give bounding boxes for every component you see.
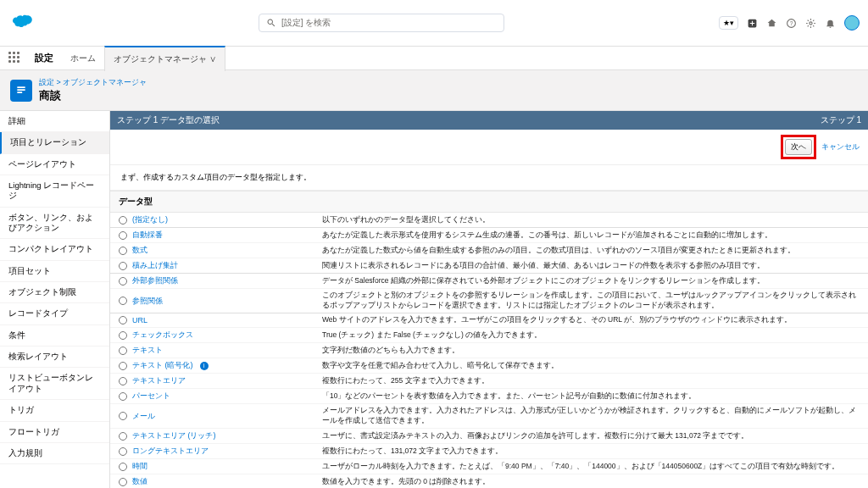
- option-label: テキストエリア (リッチ): [132, 430, 216, 441]
- option-row: テキストエリア (リッチ)ユーザに、書式設定済みテキストの入力、画像およびリンク…: [110, 429, 868, 444]
- radio-option[interactable]: [119, 447, 127, 456]
- option-label: テキスト: [132, 345, 163, 356]
- sidebar-item-9[interactable]: 条件: [0, 325, 109, 347]
- option-desc: True (チェック) また False (チェックなし) の値を入力できます。: [322, 330, 860, 341]
- radio-option[interactable]: [119, 277, 127, 286]
- plus-icon[interactable]: [747, 18, 758, 29]
- chevron-down-icon: ▾: [730, 19, 734, 27]
- next-button[interactable]: 次へ: [785, 139, 812, 155]
- option-row: URLWeb サイトのアドレスを入力できます。ユーザがこの項目をクリックすると、…: [110, 313, 868, 328]
- user-avatar[interactable]: [844, 15, 860, 30]
- sidebar-item-3[interactable]: Lightning レコードページ: [0, 175, 109, 208]
- sidebar: 詳細項目とリレーションページレイアウトLightning レコードページボタン、…: [0, 111, 110, 488]
- sidebar-item-4[interactable]: ボタン、リンク、およびアクション: [0, 208, 109, 240]
- sidebar-item-14[interactable]: 入力規則: [0, 443, 109, 464]
- button-row: 次へ キャンセル: [110, 130, 868, 165]
- info-icon[interactable]: i: [200, 362, 209, 370]
- option-desc: 数値を入力できます。先頭の 0 は削除されます。: [322, 477, 860, 487]
- sidebar-item-11[interactable]: リストビューボタンレイアウト: [0, 368, 109, 400]
- home-icon[interactable]: [766, 18, 777, 29]
- option-desc: 文字列だ数値のどちらも入力できます。: [322, 346, 860, 356]
- radio-option[interactable]: [119, 316, 127, 324]
- option-label: 参照関係: [132, 296, 163, 307]
- radio-option[interactable]: [119, 432, 127, 441]
- setup-icon: [10, 80, 32, 102]
- svg-text:?: ?: [790, 19, 793, 25]
- option-desc: あなたが定義した数式から値を自動生成する参照のみの項目。この数式項目は、いずれか…: [322, 246, 860, 256]
- radio-option[interactable]: [119, 231, 127, 240]
- option-desc: 複数行にわたって、131,072 文字まで入力できます。: [322, 446, 860, 457]
- sidebar-item-13[interactable]: フロートリガ: [0, 422, 109, 443]
- breadcrumb[interactable]: 設定 > オブジェクトマネージャ: [39, 77, 147, 88]
- option-row: 数式あなたが定義した数式から値を自動生成する参照のみの項目。この数式項目は、いず…: [110, 243, 868, 258]
- option-label: パーセント: [132, 391, 170, 402]
- option-desc: あなたが定義した表示形式を使用するシステム生成の連番。この番号は、新しいレコード…: [322, 230, 860, 241]
- radio-option[interactable]: [119, 297, 127, 305]
- cancel-link[interactable]: キャンセル: [821, 141, 860, 152]
- sidebar-item-12[interactable]: トリガ: [0, 400, 109, 421]
- option-label: 時間: [132, 461, 147, 472]
- search-placeholder: [設定] を検索: [281, 17, 331, 29]
- sidebar-item-6[interactable]: 項目セット: [0, 261, 109, 282]
- option-label: 自動採番: [132, 230, 163, 241]
- radio-option[interactable]: [119, 392, 127, 401]
- search-icon: [266, 18, 276, 28]
- sidebar-item-5[interactable]: コンパクトレイアウト: [0, 239, 109, 260]
- option-row: メールメールアドレスを入力できます。入力されたアドレスは、入力形式が正しいかどう…: [110, 404, 868, 429]
- option-desc: 関連リストに表示されるレコードにある項目の合計値、最小値、最大値、あるいはレコー…: [322, 261, 860, 271]
- help-icon[interactable]: ?: [786, 18, 797, 29]
- sidebar-item-1[interactable]: 項目とリレーション: [0, 132, 109, 153]
- nav-tab-home[interactable]: ホーム: [62, 47, 104, 70]
- nav-title: 設定: [35, 52, 53, 64]
- step-header: ステップ 1 データ型の選択ステップ 1: [110, 111, 868, 130]
- favorites-button[interactable]: ★▾: [719, 16, 738, 30]
- radio-option[interactable]: [119, 262, 127, 270]
- option-desc: ユーザがローカル時刻を入力できます。たとえば、「9:40 PM」、「7:40」、…: [322, 462, 860, 472]
- option-desc: データが Salesforce 組織の外部に保存されている外部オブジェクトにこの…: [322, 276, 860, 286]
- nav-bar: 設定 ホーム オブジェクトマネージャ ∨: [0, 47, 868, 70]
- option-row: 外部参照関係データが Salesforce 組織の外部に保存されている外部オブジ…: [110, 274, 868, 289]
- radio-none[interactable]: [119, 216, 127, 225]
- option-desc: このオブジェクトと別のオブジェクトをの参照するリレーションを作成します。この項目…: [322, 291, 860, 311]
- global-search[interactable]: [設定] を検索: [259, 14, 504, 32]
- nav-tab-object-manager[interactable]: オブジェクトマネージャ ∨: [104, 46, 225, 71]
- option-row: 数値数値を入力できます。先頭の 0 は削除されます。: [110, 474, 868, 488]
- page-title: 商談: [39, 88, 147, 103]
- radio-option[interactable]: [119, 377, 127, 385]
- radio-option[interactable]: [119, 412, 127, 420]
- svg-point-3: [810, 21, 812, 24]
- option-row: テキストエリア複数行にわたって、255 文字まで入力できます。: [110, 374, 868, 389]
- page-header: 設定 > オブジェクトマネージャ 商談: [0, 70, 868, 111]
- option-label: 外部参照関係: [132, 275, 178, 286]
- radio-option[interactable]: [119, 331, 127, 340]
- option-label: 積み上げ集計: [132, 260, 178, 271]
- sidebar-item-10[interactable]: 検索レイアウト: [0, 347, 109, 368]
- option-row: ロングテキストエリア複数行にわたって、131,072 文字まで入力できます。: [110, 444, 868, 459]
- gear-icon[interactable]: [805, 18, 816, 29]
- radio-option[interactable]: [119, 478, 127, 486]
- option-row: パーセント「10」などのパーセントを表す数値を入力できます。また、パーセント記号…: [110, 389, 868, 404]
- option-label: チェックボックス: [132, 330, 193, 341]
- radio-option[interactable]: [119, 347, 127, 355]
- radio-option[interactable]: [119, 463, 127, 471]
- option-label: テキスト (暗号化): [132, 360, 193, 371]
- app-launcher-icon[interactable]: [8, 52, 22, 65]
- sidebar-item-8[interactable]: レコードタイプ: [0, 303, 109, 324]
- salesforce-logo: [8, 14, 36, 32]
- highlight-box: 次へ: [781, 135, 816, 159]
- data-type-options: (指定なし) 以下のいずれかのデータ型を選択してください。 自動採番あなたが定義…: [110, 213, 868, 488]
- option-row: チェックボックスTrue (チェック) また False (チェックなし) の値…: [110, 328, 868, 343]
- bell-icon[interactable]: [825, 18, 836, 29]
- option-desc: Web サイトのアドレスを入力できます。ユーザがこの項目をクリックすると、その …: [322, 315, 860, 325]
- option-label: 数式: [132, 245, 147, 256]
- sidebar-item-0[interactable]: 詳細: [0, 111, 109, 132]
- option-desc: メールアドレスを入力できます。入力されたアドレスは、入力形式が正しいかどうかが検…: [322, 406, 860, 426]
- option-desc: 複数行にわたって、255 文字まで入力できます。: [322, 376, 860, 386]
- option-row: 積み上げ集計関連リストに表示されるレコードにある項目の合計値、最小値、最大値、あ…: [110, 258, 868, 274]
- radio-option[interactable]: [119, 362, 127, 370]
- radio-option[interactable]: [119, 247, 127, 255]
- sidebar-item-2[interactable]: ページレイアウト: [0, 154, 109, 175]
- sidebar-item-7[interactable]: オブジェクト制限: [0, 282, 109, 303]
- option-desc: ユーザに、書式設定済みテキストの入力、画像およびリンクの追加を許可します。複数行…: [322, 431, 860, 441]
- option-label: メール: [132, 411, 155, 422]
